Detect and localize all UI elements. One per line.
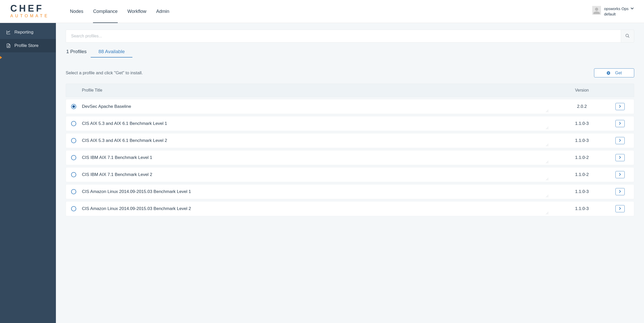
topnav-item-admin[interactable]: Admin	[156, 0, 169, 23]
row-detail-button[interactable]	[615, 171, 625, 178]
brand-line2: AUTOMATE	[10, 13, 49, 19]
row-title: CIS AIX 5.3 and AIX 6.1 Benchmark Level …	[82, 121, 548, 126]
tabs: 1 Profiles88 Available	[66, 48, 634, 58]
instruction-row: Select a profile and click "Get" to inst…	[66, 68, 634, 77]
tab-1-profiles[interactable]: 1 Profiles	[66, 48, 87, 58]
row-version: 1.1.0-2	[548, 172, 615, 177]
row-title: CIS AIX 5.3 and AIX 6.1 Benchmark Level …	[82, 138, 548, 143]
main-content: 1 Profiles88 Available Select a profile …	[56, 23, 644, 323]
top-nav: NodesComplianceWorkflowAdmin	[70, 0, 169, 23]
search-button[interactable]	[621, 30, 634, 43]
row-detail-button[interactable]	[615, 154, 625, 161]
row-version: 1.1.0-3	[548, 121, 615, 126]
table-row[interactable]: DevSec Apache Baseline2.0.2	[66, 99, 634, 114]
brand-line1: CHEF	[10, 4, 49, 13]
sidebar-item-label: Reporting	[14, 30, 33, 35]
get-button[interactable]: Get	[594, 68, 634, 77]
user-info: opsworks Ops default	[604, 6, 634, 17]
resize-handle-icon	[546, 144, 548, 146]
table-body: DevSec Apache Baseline2.0.2CIS AIX 5.3 a…	[66, 99, 634, 216]
row-select-radio[interactable]	[71, 206, 76, 211]
top-bar: CHEF AUTOMATE NodesComplianceWorkflowAdm…	[0, 0, 644, 23]
table-row[interactable]: CIS IBM AIX 7.1 Benchmark Level 21.1.0-2	[66, 167, 634, 182]
topnav-item-compliance[interactable]: Compliance	[93, 0, 117, 23]
user-menu[interactable]: opsworks Ops default	[592, 6, 634, 17]
instruction-text: Select a profile and click "Get" to inst…	[66, 70, 143, 76]
sidebar-collapse-arrow-icon[interactable]	[0, 56, 2, 59]
row-title: CIS IBM AIX 7.1 Benchmark Level 2	[82, 172, 548, 177]
table-header: Profile Title Version	[66, 84, 634, 97]
row-title: CIS Amazon Linux 2014.09-2015.03 Benchma…	[82, 189, 548, 194]
sidebar-item-label: Profile Store	[14, 43, 39, 48]
row-select-radio[interactable]	[71, 172, 76, 177]
resize-handle-icon	[546, 212, 548, 214]
table-row[interactable]: CIS AIX 5.3 and AIX 6.1 Benchmark Level …	[66, 116, 634, 131]
user-org: default	[604, 11, 634, 17]
chevron-right-icon	[619, 156, 621, 160]
row-detail-button[interactable]	[615, 120, 625, 127]
row-version: 1.1.0-2	[548, 155, 615, 160]
row-select-radio[interactable]	[71, 155, 76, 160]
download-icon	[606, 71, 611, 75]
row-select-radio[interactable]	[71, 121, 76, 126]
document-icon	[6, 43, 11, 48]
chart-icon	[6, 30, 11, 35]
row-version: 1.1.0-3	[548, 206, 615, 211]
sidebar: ReportingProfile Store	[0, 23, 56, 323]
user-name: opsworks Ops	[604, 6, 629, 11]
row-title: CIS Amazon Linux 2014.09-2015.03 Benchma…	[82, 206, 548, 211]
resize-handle-icon	[546, 110, 548, 112]
chevron-right-icon	[619, 173, 621, 177]
row-detail-button[interactable]	[615, 188, 625, 195]
resize-handle-icon	[546, 195, 548, 197]
row-version: 2.0.2	[548, 104, 615, 109]
chevron-down-icon	[631, 6, 634, 11]
topnav-item-workflow[interactable]: Workflow	[128, 0, 147, 23]
svg-point-2	[626, 34, 629, 37]
brand-logo: CHEF AUTOMATE	[10, 4, 49, 19]
row-detail-button[interactable]	[615, 103, 625, 110]
table-row[interactable]: CIS Amazon Linux 2014.09-2015.03 Benchma…	[66, 184, 634, 199]
search-icon	[625, 34, 630, 39]
col-header-version: Version	[548, 88, 615, 93]
row-select-radio[interactable]	[71, 189, 76, 194]
svg-line-3	[628, 36, 629, 38]
row-detail-button[interactable]	[615, 205, 625, 212]
search-row	[66, 30, 634, 43]
table-row[interactable]: CIS AIX 5.3 and AIX 6.1 Benchmark Level …	[66, 133, 634, 148]
row-detail-button[interactable]	[615, 137, 625, 144]
table-row[interactable]: CIS Amazon Linux 2014.09-2015.03 Benchma…	[66, 201, 634, 216]
row-version: 1.1.0-3	[548, 189, 615, 194]
get-button-label: Get	[615, 71, 622, 75]
row-version: 1.1.0-3	[548, 138, 615, 143]
sidebar-item-profile-store[interactable]: Profile Store	[0, 39, 56, 52]
resize-handle-icon	[546, 127, 548, 129]
search-input[interactable]	[66, 30, 621, 43]
resize-handle-icon	[546, 161, 548, 163]
topnav-item-nodes[interactable]: Nodes	[70, 0, 83, 23]
avatar	[592, 6, 601, 15]
row-select-radio[interactable]	[71, 138, 76, 143]
row-title: DevSec Apache Baseline	[82, 104, 548, 109]
resize-handle-icon	[546, 178, 548, 180]
col-header-title: Profile Title	[82, 88, 548, 93]
row-title: CIS IBM AIX 7.1 Benchmark Level 1	[82, 155, 548, 160]
chevron-right-icon	[619, 105, 621, 109]
sidebar-item-reporting[interactable]: Reporting	[0, 26, 56, 39]
chevron-right-icon	[619, 139, 621, 143]
chevron-right-icon	[619, 207, 621, 211]
row-select-radio[interactable]	[71, 104, 76, 109]
chevron-right-icon	[619, 122, 621, 126]
tab-88-available[interactable]: 88 Available	[98, 48, 125, 58]
chevron-right-icon	[619, 190, 621, 194]
table-row[interactable]: CIS IBM AIX 7.1 Benchmark Level 11.1.0-2	[66, 150, 634, 165]
